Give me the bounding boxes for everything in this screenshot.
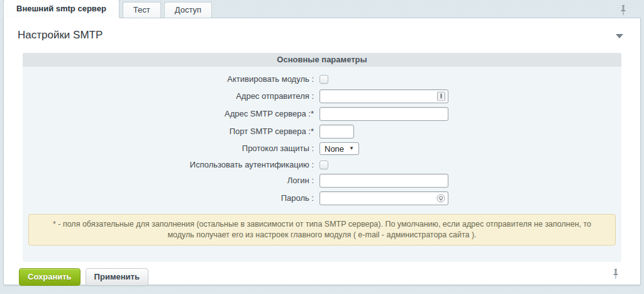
tab-test[interactable]: Тест [123, 2, 161, 18]
apply-button[interactable]: Применить [86, 268, 148, 286]
save-button[interactable]: Сохранить [19, 268, 80, 286]
insert-value-icon[interactable] [437, 92, 445, 101]
field-label-password: Пароль : [23, 193, 319, 203]
activate-module-checkbox[interactable] [319, 75, 328, 84]
settings-panel: Настройки SMTP Основные параметры Активи… [3, 18, 641, 285]
smtp-server-port-input[interactable] [319, 125, 354, 139]
chevron-down-icon: ▼ [349, 146, 354, 151]
form-row-use-auth: Использовать аутентификацию : [23, 160, 621, 170]
field-label-activate-module: Активировать модуль : [23, 74, 319, 84]
form-row-sender-address: Адрес отправителя : [23, 89, 621, 103]
tab-external-smtp-server[interactable]: Внешний smtp сервер [3, 0, 119, 18]
field-label-smtp-port: Порт SMTP сервера :* [23, 127, 319, 137]
field-label-use-auth: Использовать аутентификацию : [23, 160, 319, 170]
form-container: Основные параметры Активировать модуль :… [23, 53, 621, 262]
password-input[interactable] [319, 191, 448, 205]
form-row-security-protocol: Протокол защиты : None ▼ [23, 142, 621, 155]
tab-access[interactable]: Доступ [164, 2, 212, 18]
form-row-activate-module: Активировать модуль : [23, 74, 621, 84]
collapse-section-icon[interactable] [616, 34, 623, 38]
pin-icon[interactable] [619, 4, 627, 18]
pin-icon [619, 4, 627, 16]
form-row-password: Пароль : [23, 191, 621, 205]
virtual-keyboard-icon[interactable] [436, 194, 445, 203]
sender-address-input[interactable] [319, 89, 448, 103]
field-label-sender-address: Адрес отправителя : [23, 91, 319, 101]
security-protocol-select[interactable]: None ▼ [319, 142, 359, 155]
required-fields-note: * - поля обязательные для заполнения (ос… [28, 214, 616, 246]
form-row-login: Логин : [23, 174, 621, 188]
field-label-smtp-address: Адрес SMTP сервера :* [23, 109, 319, 119]
smtp-server-address-input[interactable] [319, 107, 448, 121]
tab-bar: Внешний smtp сервер Тест Доступ [0, 0, 644, 18]
page-title: Настройки SMTP [18, 29, 103, 42]
panel-header: Настройки SMTP [4, 18, 640, 43]
pin-icon[interactable] [612, 268, 619, 281]
form-row-smtp-port: Порт SMTP сервера :* [23, 125, 621, 139]
use-authentication-checkbox[interactable] [319, 161, 328, 169]
login-input[interactable] [319, 174, 448, 188]
field-label-security-protocol: Протокол защиты : [23, 144, 319, 154]
security-protocol-selected-value: None [325, 144, 344, 154]
section-header: Основные параметры [23, 53, 621, 67]
form-rows: Активировать модуль : Адрес отправителя … [23, 67, 621, 205]
field-label-login: Логин : [23, 176, 319, 186]
form-row-smtp-address: Адрес SMTP сервера :* [23, 107, 621, 121]
action-bar: Сохранить Применить [4, 262, 640, 286]
